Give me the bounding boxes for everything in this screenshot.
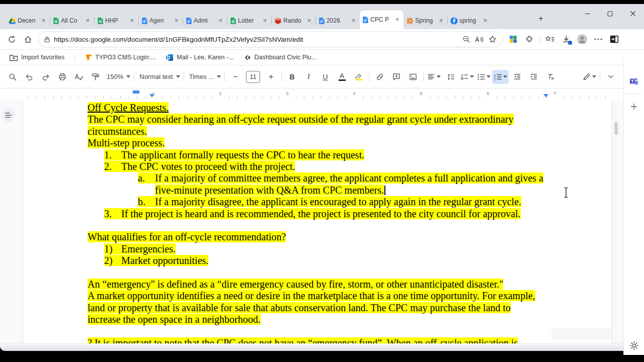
browser-tab[interactable]: All Co×	[50, 12, 94, 29]
browser-tab[interactable]: CPC P×	[360, 10, 404, 29]
left-indent-marker[interactable]	[133, 90, 139, 94]
tab-close-icon[interactable]: ×	[305, 17, 313, 25]
clear-formatting-button[interactable]	[542, 70, 558, 84]
paint-roller-button[interactable]	[87, 70, 104, 84]
insert-image-button[interactable]	[405, 70, 421, 84]
browser-tab[interactable]: Agen×	[139, 12, 183, 29]
tab-close-icon[interactable]: ×	[217, 17, 224, 25]
browser-tab[interactable]: Lotter×	[227, 12, 271, 29]
read-aloud-button[interactable]	[473, 33, 486, 46]
browser-tab[interactable]: Decen×	[6, 12, 50, 29]
browser-tab[interactable]: Admi×	[183, 12, 227, 29]
print-button[interactable]	[54, 70, 70, 84]
favorites-button[interactable]	[542, 32, 557, 47]
text-color-button[interactable]: A	[334, 70, 350, 84]
browser-tab[interactable]: spring×	[448, 12, 492, 29]
spellcheck-button[interactable]	[70, 70, 87, 84]
extensions-menu-button[interactable]	[522, 32, 537, 47]
underline-button[interactable]: U	[317, 70, 334, 84]
browser-tab[interactable]: Rando×	[272, 12, 315, 29]
font-size-decrease-button[interactable]: −	[227, 70, 244, 84]
italic-button[interactable]: I	[300, 70, 317, 84]
checklist-button[interactable]	[459, 70, 475, 84]
tab-close-icon[interactable]: ×	[437, 17, 445, 25]
browser-tab[interactable]: 2026×	[316, 12, 360, 29]
tab-close-icon[interactable]: ×	[128, 17, 136, 25]
bookmark-item[interactable]: Mail - Lee, Karen -...	[162, 52, 237, 63]
line-spacing-button[interactable]	[442, 70, 459, 84]
text-line[interactable]: Off Cycle Requests.	[88, 102, 607, 114]
text-line[interactable]: What qualifies for an off-cycle recommen…	[88, 231, 607, 243]
bookmark-item[interactable]: TYPO3 CMS Login:...	[81, 52, 159, 62]
right-indent-marker[interactable]	[543, 94, 548, 98]
redo-button[interactable]	[37, 70, 54, 84]
tab-close-icon[interactable]: ×	[40, 17, 47, 25]
address-bar[interactable]: https://docs.google.com/document/d/1nGFB…	[38, 31, 503, 47]
maximize-button[interactable]	[599, 4, 621, 23]
text-line[interactable]: The CPC may consider hearing an off-cycl…	[88, 114, 607, 125]
url-text[interactable]: https://docs.google.com/document/d/1nGFB…	[54, 36, 460, 43]
extension-button[interactable]	[506, 32, 521, 47]
text-line[interactable]: 3.If the project is heard and is recomme…	[88, 208, 607, 220]
bulleted-list-button[interactable]	[475, 70, 492, 84]
paragraph-style-button[interactable]: Normal text	[136, 70, 181, 84]
settings-button[interactable]	[626, 338, 641, 353]
highlight-color-button[interactable]	[350, 70, 367, 84]
text-line[interactable]: circumstances.	[88, 126, 607, 137]
text-line[interactable]: 1)Emergencies.	[88, 243, 607, 255]
zoom-button[interactable]: 150%	[104, 70, 132, 84]
blank-line[interactable]	[88, 266, 607, 278]
tab-close-icon[interactable]: ×	[261, 17, 269, 25]
blank-line[interactable]	[88, 325, 607, 337]
minimize-button[interactable]	[576, 4, 599, 23]
profile-button[interactable]	[575, 32, 590, 47]
downloads-button[interactable]: i	[558, 32, 574, 47]
tab-close-icon[interactable]: ×	[350, 17, 357, 25]
undo-button[interactable]	[21, 70, 37, 84]
text-line[interactable]: Multi-step process.	[88, 137, 607, 149]
tab-close-icon[interactable]: ×	[481, 17, 489, 25]
indent-decrease-button[interactable]	[509, 70, 525, 84]
bookmark-item[interactable]: Import favorites	[5, 52, 68, 63]
text-line[interactable]: a.If a majority of committee members agr…	[88, 172, 607, 184]
font-size-button[interactable]: 11	[244, 70, 263, 84]
text-line[interactable]: 1.The applicant formally requests the CP…	[88, 149, 607, 161]
text-line[interactable]: 2.The CPC votes to proceed with the proj…	[88, 161, 607, 172]
text-line[interactable]: land or property that is available for s…	[88, 302, 607, 314]
tab-close-icon[interactable]: ×	[173, 17, 180, 25]
zoom-out-button[interactable]	[460, 33, 473, 46]
text-line[interactable]: five-minute presentation with Q&A from C…	[88, 185, 607, 196]
add-addon-button[interactable]	[626, 99, 641, 114]
insert-link-button[interactable]	[371, 70, 388, 84]
home-button[interactable]	[20, 32, 35, 47]
indent-increase-button[interactable]	[525, 70, 542, 84]
numbered-list-button[interactable]: 123	[492, 70, 509, 84]
bookmark-item[interactable]: Dashboard Civic Plu...	[240, 52, 321, 62]
browser-tab[interactable]: Spring×	[404, 12, 447, 29]
search-button[interactable]	[4, 70, 21, 84]
browser-tab[interactable]: HHP×	[95, 12, 138, 29]
text-line[interactable]: An “emergency" is defined as a “dire eme…	[88, 279, 607, 290]
align-button[interactable]	[426, 70, 442, 84]
bold-button[interactable]: B	[284, 70, 300, 84]
font-size-increase-button[interactable]: +	[263, 70, 279, 84]
font-family-button[interactable]: Times ...	[186, 70, 222, 84]
reload-button[interactable]	[4, 32, 19, 47]
text-line[interactable]: b.If a majority disagree, the applicant …	[88, 196, 607, 208]
teams-button[interactable]	[626, 73, 641, 88]
close-window-button[interactable]	[621, 4, 644, 23]
favorite-star-button[interactable]	[486, 33, 499, 46]
scrollbar-thumb[interactable]	[614, 122, 618, 135]
tab-close-icon[interactable]: ×	[393, 16, 401, 24]
text-line[interactable]: 2)Market opportunities.	[88, 255, 607, 266]
tab-close-icon[interactable]: ×	[84, 17, 92, 25]
text-line[interactable]: ? It is important to note that the CPC d…	[88, 337, 607, 343]
document-page[interactable]: Off Cycle Requests.The CPC may consider …	[23, 101, 612, 343]
new-tab-button[interactable]: +	[534, 12, 547, 25]
document-outline-button[interactable]	[2, 108, 15, 122]
browser-menu-button[interactable]	[591, 32, 606, 47]
editing-mode-button[interactable]	[581, 70, 598, 84]
sidebar-toggle-button[interactable]	[607, 32, 622, 47]
text-line[interactable]: increase the open space in a neighborhoo…	[88, 314, 607, 325]
text-line[interactable]: A market opportunity identifies a need o…	[88, 290, 607, 302]
